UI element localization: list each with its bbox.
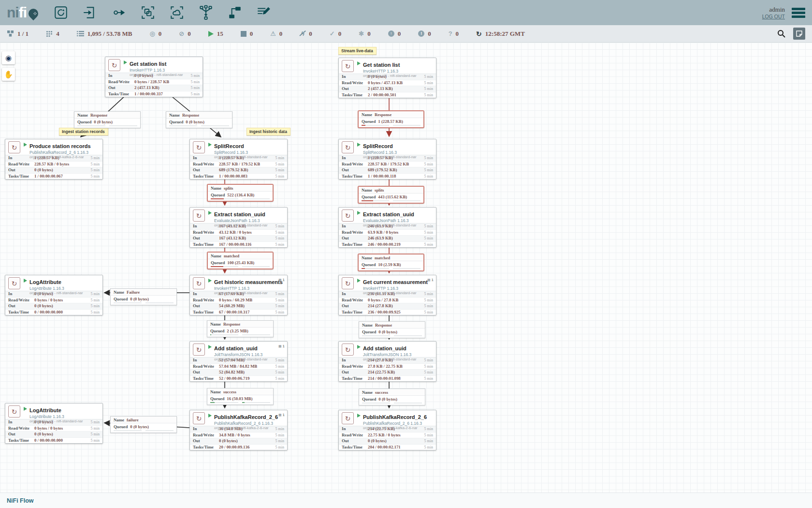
connection-queued-value: 0 (0 bytes)	[130, 297, 149, 301]
canvas-label[interactable]: Ingest station records	[59, 128, 108, 135]
stat-row-read-write: Read/Write0 bytes / 0 bytes5 min	[5, 297, 102, 303]
processor[interactable]: ↻ Add station_uuid JoltTransformJSON 1.1…	[338, 341, 436, 382]
processor-type: PublishKafkaRecord_2_6 1.16.3	[363, 421, 427, 426]
running-status-icon	[357, 414, 361, 418]
processor-bundle: org.apache.nifi - nifi-standard-nar	[363, 291, 428, 295]
funnel-icon[interactable]	[198, 4, 214, 21]
connection-label[interactable]: Name splits Queued 522 (136.4 KB)	[207, 184, 274, 202]
running-status-icon	[24, 279, 27, 283]
processor-type-icon: ↻	[193, 141, 205, 153]
panel-toggle-button[interactable]	[793, 28, 805, 40]
processor[interactable]: ↻ Get historic measurements InvokeHTTP 1…	[189, 275, 288, 315]
asterisk-icon: ✱	[359, 30, 364, 37]
connection-label[interactable]: Name Response Queued 0 (0 bytes)	[74, 111, 141, 128]
queue-percent-bars	[207, 402, 273, 404]
processor-type: EvaluateJsonPath 1.16.3	[214, 218, 267, 223]
not-transmitting-icon: ⊘	[179, 30, 184, 37]
remote-process-group-icon[interactable]	[169, 4, 185, 21]
queue-percent-bars	[359, 335, 425, 338]
connection-label[interactable]: Name success Queued 16 (50.03 MB)	[207, 388, 274, 405]
threads-icon: ▦	[278, 278, 282, 282]
stat-row-out: Out0 (0 bytes)5 min	[5, 431, 102, 437]
threads-grid-icon	[46, 30, 53, 37]
breadcrumb[interactable]: NiFi Flow	[7, 497, 34, 504]
connection-label[interactable]: Name matched Queued 100 (25.43 KB)	[207, 252, 274, 269]
stat-row-tasks-time: Tasks/Time167 / 00:00:00.1165 min	[190, 241, 287, 248]
stopped-icon	[241, 31, 246, 37]
active-threads-badge: ▦ 1	[427, 278, 434, 282]
stat-row-tasks-time: Tasks/Time236 / 00:00:09.9255 min	[339, 309, 436, 315]
connection-label[interactable]: Name splits Queued 443 (115.62 KB)	[358, 186, 424, 204]
connection-label[interactable]: Name Response Queued 1 (228.57 KB)	[358, 110, 424, 128]
output-port-icon[interactable]	[111, 4, 127, 21]
processor-type-icon: ↻	[342, 412, 354, 424]
connection-relationship-name: Response	[90, 113, 107, 118]
global-menu-icon[interactable]	[792, 8, 805, 18]
running-icon	[208, 31, 214, 37]
canvas-label[interactable]: Stream live-data	[338, 47, 377, 55]
connection-label[interactable]: Name matched Queued 10 (2.59 KB)	[358, 254, 424, 271]
operate-palette-button[interactable]: ✋	[2, 68, 15, 81]
processor[interactable]: ↻ Get station list InvokeHTTP 1.16.3 org…	[338, 58, 436, 98]
processor[interactable]: ↻ SplitRecord SplitRecord 1.16.3 org.apa…	[189, 139, 288, 179]
processor[interactable]: ↻ PublishKafkaRecord_2_6 PublishKafkaRec…	[189, 410, 288, 450]
process-group-icon[interactable]	[140, 4, 156, 21]
connection-label[interactable]: Name Response Queued 2 (3.25 MB)	[207, 320, 274, 337]
logo-text-fi: fi	[19, 4, 27, 21]
processor-bundle: org.apache.nifi - nifi-standard-nar	[214, 223, 267, 227]
processor-icon[interactable]	[53, 4, 69, 21]
stat-row-out: Out246 (63.9 KB)5 min	[339, 235, 436, 241]
refresh-icon[interactable]: ↻	[476, 30, 482, 38]
label-icon[interactable]	[256, 4, 272, 21]
nifi-droplet-icon	[27, 7, 40, 20]
processor-type: InvokeHTTP 1.16.3	[363, 286, 428, 291]
processor[interactable]: ↻ Extract station_uuid EvaluateJsonPath …	[189, 207, 288, 248]
canvas-label[interactable]: Ingest historic data	[246, 128, 290, 135]
processor[interactable]: ↻ Extract station_uuid EvaluateJsonPath …	[338, 207, 436, 248]
processor-name: Get station list	[130, 61, 166, 67]
processor[interactable]: ↻ Add station_uuid JoltTransformJSON 1.1…	[189, 341, 288, 382]
stat-row-read-write: Read/Write0 bytes / 0 bytes5 min	[5, 425, 102, 432]
connection-label[interactable]: Name Response Queued 0 (0 bytes)	[166, 111, 232, 128]
processor[interactable]: ↻ Produce station records PublishKafkaRe…	[5, 139, 103, 179]
connection-label[interactable]: Name Failure Queued 0 (0 bytes)	[110, 288, 177, 305]
processor[interactable]: ↻ LogAttribute LogAttribute 1.16.3 org.a…	[5, 403, 103, 444]
stat-row-tasks-time: Tasks/Time214 / 00:00:01.0985 min	[339, 375, 436, 382]
active-threads-badge: ▦ 1	[278, 413, 285, 417]
stat-row-out: Out689 (179.52 KB)5 min	[339, 167, 436, 173]
connection-queued-value: 443 (115.62 KB)	[378, 194, 407, 199]
connection-label[interactable]: Name failure Queued 0 (0 bytes)	[110, 416, 177, 433]
component-toolbar	[53, 4, 272, 21]
navigate-palette-button[interactable]: ◉	[2, 51, 15, 64]
processor-type: SplitRecord 1.16.3	[214, 150, 267, 155]
connection-label[interactable]: Name Response Queued 0 (0 bytes)	[359, 321, 425, 338]
connection-relationship-name: Response	[182, 113, 199, 118]
stat-row-out: Out0 (0 bytes)5 min	[5, 167, 102, 173]
search-icon[interactable]	[777, 30, 785, 38]
threads-icon: ▦	[278, 413, 282, 417]
processor-name: PublishKafkaRecord_2_6	[363, 414, 427, 420]
processor[interactable]: ↻ SplitRecord SplitRecord 1.16.3 org.apa…	[338, 139, 436, 179]
input-port-icon[interactable]	[82, 4, 98, 21]
flow-canvas[interactable]: ◉ ✋ Ingest station recordsIngest histori…	[0, 43, 812, 493]
logout-link[interactable]: LOG OUT	[762, 14, 785, 19]
stat-row-out: Out2 (457.13 KB)5 min	[105, 85, 203, 91]
processor-type: InvokeHTTP 1.16.3	[130, 68, 183, 73]
processor-type-icon: ↻	[193, 412, 205, 424]
processor[interactable]: ↻ Get station list InvokeHTTP 1.16.3 org…	[105, 57, 203, 97]
running-status-icon	[208, 414, 212, 418]
connection-relationship-name: matched	[375, 255, 390, 260]
template-icon[interactable]	[227, 4, 243, 21]
connection-label[interactable]: Name success Queued 0 (0 bytes)	[359, 388, 425, 405]
active-threads-badge: ▦ 1	[278, 278, 285, 282]
connection-queued-value: 522 (136.4 KB)	[227, 193, 254, 197]
stat-row-read-write: Read/Write63.9 KB / 0 bytes5 min	[339, 229, 436, 236]
stat-row-out: Out2 (457.13 KB)5 min	[339, 86, 436, 92]
processor[interactable]: ↻ Get current measurement InvokeHTTP 1.1…	[338, 275, 436, 315]
check-icon: ✓	[330, 30, 335, 37]
processor-type-icon: ↻	[8, 141, 20, 153]
processor[interactable]: ↻ PublishKafkaRecord_2_6 PublishKafkaRec…	[338, 410, 436, 450]
processor[interactable]: ↻ LogAttribute LogAttribute 1.16.3 org.a…	[5, 275, 103, 315]
navigate-icon: ◉	[5, 54, 12, 62]
processor-type: JoltTransformJSON 1.16.3	[214, 352, 267, 357]
